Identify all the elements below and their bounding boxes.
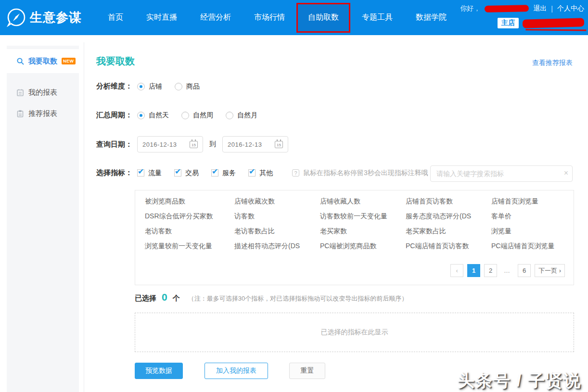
main-content: 我要取数 查看推荐报表 分析维度： 店铺 商品 汇总周期： 自然天 自然周 自然…	[84, 42, 588, 392]
selected-count-row: 已选择 0 个 （注：最多可选择30个指标，对已选择指标拖动可以改变导出指标的前…	[135, 291, 408, 303]
date-to-text: 到	[209, 140, 216, 149]
date-row: 查询日期： 2016-12-13 15 到 2016-12-13 15	[96, 136, 288, 152]
radio-option-natural-day[interactable]: 自然天	[137, 111, 169, 120]
watermark-text: 头条号 / 子贤说	[458, 369, 581, 392]
sidebar-item-label: 推荐报表	[28, 109, 57, 118]
indicator-item[interactable]: 访客数较前一天变化量	[320, 212, 406, 222]
main-nav: 首页 实时直播 经营分析 市场行情 自助取数 专题工具 数据学院	[96, 0, 458, 35]
nav-item-tools[interactable]: 专题工具	[350, 0, 404, 35]
radio-icon[interactable]	[181, 112, 189, 119]
report-icon	[16, 89, 24, 96]
indicator-item[interactable]: 描述相符动态评分(DS	[234, 242, 320, 252]
checkbox-option-other[interactable]: 其他	[248, 169, 273, 177]
indicator-item[interactable]: 服务态度动态评分(DS	[406, 212, 491, 222]
radio-label: 自然天	[149, 111, 169, 120]
radio-label: 商品	[186, 82, 200, 91]
radio-selected-icon[interactable]	[137, 83, 145, 90]
checkbox-option-trade[interactable]: 交易	[174, 169, 199, 177]
page-button-6[interactable]: 6	[518, 264, 531, 277]
indicator-item[interactable]: DSR综合低评分买家数	[145, 212, 234, 222]
checkbox-label: 服务	[222, 169, 236, 177]
chevron-left-icon[interactable]: ‹	[450, 264, 463, 277]
checkbox-checked-icon[interactable]	[174, 169, 181, 177]
add-to-my-reports-button[interactable]: 加入我的报表	[205, 363, 268, 379]
period-row: 汇总周期： 自然天 自然周 自然月	[96, 111, 270, 120]
calendar-icon[interactable]: 15	[275, 141, 283, 148]
reset-button[interactable]: 重置	[289, 363, 325, 379]
indicator-item[interactable]: 浏览量较前一天变化量	[145, 242, 234, 252]
indicator-item[interactable]: 老买家数占比	[406, 227, 491, 237]
radio-icon[interactable]	[226, 112, 233, 119]
radio-selected-icon[interactable]	[137, 112, 145, 119]
selected-label: 已选择	[135, 294, 156, 303]
indicator-item[interactable]: 浏览量	[491, 227, 574, 237]
search-icon	[16, 57, 24, 65]
next-page-button[interactable]: 下一页 ›	[535, 264, 565, 277]
clipboard-icon	[16, 110, 24, 117]
hover-hint-text: 鼠标在指标名称停留3秒会出现指标注释哦！	[303, 169, 435, 177]
checkbox-label: 流量	[148, 169, 162, 177]
indicator-item[interactable]: PC端被浏览商品数	[320, 242, 406, 252]
personal-center-link[interactable]: 个人中心	[557, 4, 584, 13]
indicator-item[interactable]: PC端店铺首页访客数	[406, 242, 491, 252]
checkbox-label: 交易	[185, 169, 199, 177]
radio-option-product[interactable]: 商品	[175, 82, 200, 91]
indicator-item[interactable]: 店铺首页浏览量	[491, 197, 574, 207]
radio-option-shop[interactable]: 店铺	[137, 82, 162, 91]
radio-icon[interactable]	[175, 83, 182, 90]
indicators-label: 选择指标：	[96, 168, 132, 177]
end-date-field[interactable]: 2016-12-13 15	[222, 136, 288, 152]
view-recommended-reports-link[interactable]: 查看推荐报表	[532, 59, 573, 67]
indicator-item[interactable]: PC端店铺首页浏览量	[491, 242, 574, 252]
indicator-item[interactable]: 访客数	[234, 212, 320, 222]
nav-item-realtime[interactable]: 实时直播	[135, 0, 189, 35]
logout-link[interactable]: 退出	[533, 4, 547, 13]
checkbox-checked-icon[interactable]	[137, 169, 144, 177]
indicator-list-panel: 被浏览商品数 店铺收藏次数 店铺收藏人数 店铺首页访客数 店铺首页浏览量 DSR…	[135, 190, 574, 285]
new-badge: NEW	[62, 58, 76, 64]
help-icon[interactable]: ?	[292, 169, 299, 177]
indicator-item[interactable]: 客单价	[491, 212, 574, 222]
selection-note: （注：最多可选择30个指标，对已选择指标拖动可以改变导出指标的前后顺序）	[188, 294, 408, 303]
indicator-item[interactable]: 老访客数	[145, 227, 234, 237]
user-area: 你好， 退出 | 个人中心 主店	[460, 4, 584, 29]
radio-option-natural-week[interactable]: 自然周	[181, 111, 213, 120]
dimension-row: 分析维度： 店铺 商品	[96, 82, 212, 91]
checkbox-option-traffic[interactable]: 流量	[137, 169, 162, 177]
start-date-field[interactable]: 2016-12-13 15	[137, 136, 203, 152]
date-label: 查询日期：	[96, 140, 132, 149]
radio-label: 自然周	[193, 111, 213, 120]
selected-count: 0	[162, 291, 167, 303]
clear-icon[interactable]: ×	[564, 169, 568, 177]
checkbox-option-service[interactable]: 服务	[211, 169, 236, 177]
indicator-item[interactable]: 老买家数	[320, 227, 406, 237]
indicator-item[interactable]: 店铺首页访客数	[406, 197, 491, 207]
indicator-item[interactable]: 被浏览商品数	[145, 197, 234, 207]
preview-data-button[interactable]: 预览数据	[135, 363, 183, 379]
top-nav-bar: 生意参谋 首页 实时直播 经营分析 市场行情 自助取数 专题工具 数据学院 你好…	[0, 0, 588, 35]
radio-option-natural-month[interactable]: 自然月	[226, 111, 257, 120]
dimension-label: 分析维度：	[96, 82, 132, 91]
indicator-item[interactable]: 店铺收藏次数	[234, 197, 320, 207]
dropzone-placeholder: 已选择的指标在此显示	[321, 328, 388, 337]
calendar-icon[interactable]: 15	[190, 141, 198, 148]
checkbox-checked-icon[interactable]	[211, 169, 218, 177]
sidebar-item-my-reports[interactable]: 我的报表	[7, 84, 79, 101]
sidebar-item-recommended-reports[interactable]: 推荐报表	[7, 105, 79, 122]
indicator-item[interactable]: 老访客数占比	[234, 227, 320, 237]
nav-item-home[interactable]: 首页	[96, 0, 135, 35]
sidebar-item-label: 我的报表	[28, 88, 57, 97]
sidebar-item-get-data[interactable]: 我要取数 NEW	[7, 49, 79, 73]
nav-item-self-service-data[interactable]: 自助取数	[296, 3, 350, 33]
nav-item-analysis[interactable]: 经营分析	[189, 0, 243, 35]
app-logo[interactable]: 生意参谋	[7, 8, 82, 27]
checkbox-checked-icon[interactable]	[248, 169, 256, 177]
indicator-search: ×	[430, 165, 573, 182]
user-divider: |	[551, 5, 553, 13]
page-button-2[interactable]: 2	[484, 264, 497, 277]
nav-item-market[interactable]: 市场行情	[243, 0, 296, 35]
search-input[interactable]	[430, 165, 573, 182]
nav-item-academy[interactable]: 数据学院	[404, 0, 458, 35]
indicator-item[interactable]: 店铺收藏人数	[320, 197, 406, 207]
page-button-1[interactable]: 1	[467, 264, 480, 277]
